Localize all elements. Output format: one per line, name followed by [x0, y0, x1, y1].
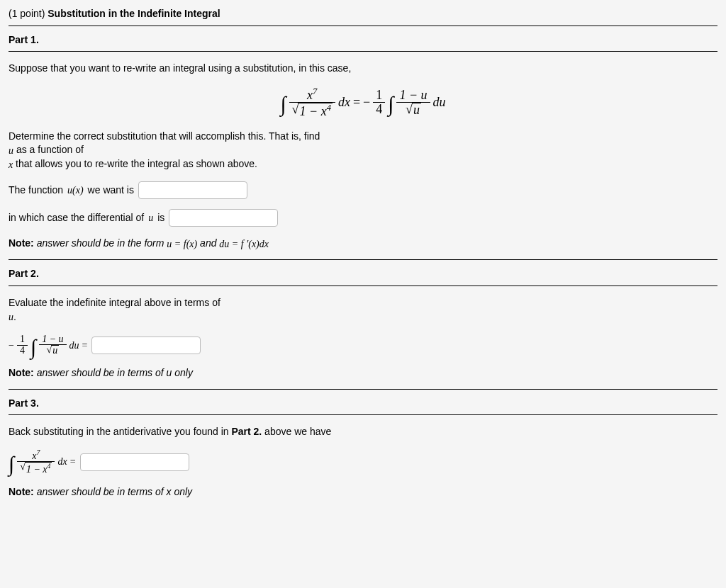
part3-intro: Back substituting in the antiderivative …: [9, 425, 717, 439]
part2-answer-input[interactable]: [91, 337, 201, 354]
part3-label: Part 3.: [9, 397, 717, 411]
divider: [9, 414, 717, 415]
part1-q1: The function u(x) we want is: [9, 181, 717, 199]
part3-note: Note: answer should be in terms of x onl…: [9, 485, 717, 499]
part2-intro: Evaluate the indefinite integral above i…: [9, 296, 717, 324]
part3-equation-row: ∫ x7 1 − x4 dx =: [9, 449, 717, 475]
part2-equation-row: − 1 4 ∫ 1 − u u du =: [9, 334, 717, 356]
part1-intro: Suppose that you want to re-write an int…: [9, 62, 717, 76]
ux-input[interactable]: [138, 181, 247, 199]
part1-determine: Determine the correct substitution that …: [9, 130, 717, 172]
part2-note: Note: answer should be in terms of u onl…: [9, 366, 717, 380]
divider: [9, 389, 717, 390]
problem-title: Substitution in the Indefinite Integral: [48, 8, 220, 19]
divider: [9, 285, 717, 286]
divider: [9, 259, 717, 260]
part3-equation: ∫ x7 1 − x4 dx =: [9, 449, 76, 475]
part2-label: Part 2.: [9, 267, 717, 281]
du-input[interactable]: [169, 209, 278, 227]
part1-q2: in which case the differential of u is: [9, 209, 717, 227]
part1-note: Note: answer should be in the form u = f…: [9, 237, 717, 251]
problem-header: (1 point) Substitution in the Indefinite…: [9, 7, 717, 21]
points: (1 point): [9, 8, 45, 19]
part2-equation: − 1 4 ∫ 1 − u u du =: [9, 334, 87, 356]
part1-label: Part 1.: [9, 33, 717, 47]
divider: [9, 26, 717, 26]
part1-equation: ∫ x7 1 − x4 dx = − 1 4 ∫ 1 − u u du: [9, 87, 717, 118]
part3-answer-input[interactable]: [80, 453, 189, 471]
divider: [9, 51, 717, 52]
